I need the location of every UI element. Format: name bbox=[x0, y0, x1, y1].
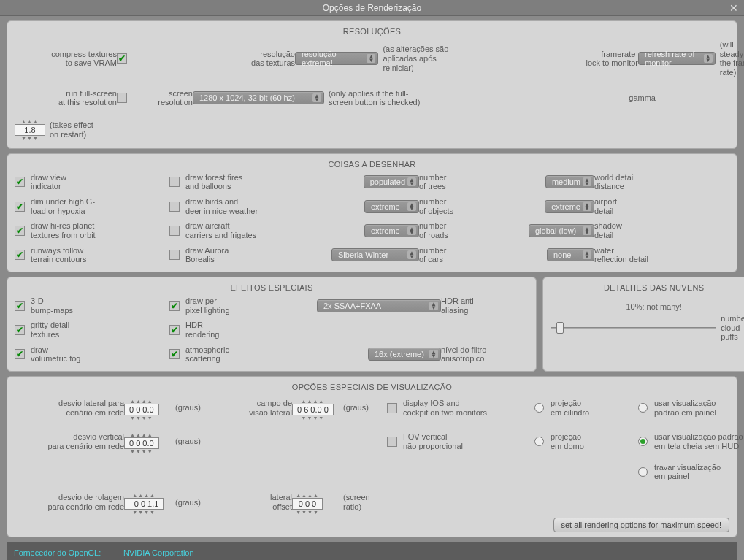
draw-combo-1[interactable]: extreme▲▼ bbox=[364, 200, 419, 213]
spinner-up-icon[interactable]: ▲▲▲ bbox=[21, 119, 39, 124]
close-icon[interactable]: ✕ bbox=[729, 2, 738, 14]
spinner[interactable]: ▲▲▲▲0 6 0.0 0▼▼▼▼ bbox=[292, 399, 334, 421]
draw-chk-4[interactable] bbox=[169, 177, 180, 187]
ios-two-monitors-checkbox[interactable] bbox=[387, 403, 397, 413]
panel-title: RESOLUÇÕES bbox=[15, 27, 729, 36]
fx-chk-2[interactable] bbox=[15, 349, 25, 359]
draw-chk-5[interactable] bbox=[169, 202, 180, 212]
fx-chk-4[interactable] bbox=[169, 325, 180, 335]
fx-chk-3[interactable] bbox=[169, 301, 180, 311]
draw-chk-6[interactable] bbox=[169, 226, 180, 236]
gpu-info: Fornecedor do OpenGL:NVIDIA Corporation … bbox=[7, 542, 737, 560]
draw-chk-2[interactable] bbox=[15, 226, 25, 236]
draw-combo-5[interactable]: extreme▲▼ bbox=[545, 200, 594, 213]
spinner[interactable]: ▲▲▲▲- 0 0 1.1▼▼▼▼ bbox=[124, 493, 164, 515]
max-speed-button[interactable]: set all rendering options for maximum sp… bbox=[553, 518, 730, 532]
fullscreen-checkbox[interactable] bbox=[117, 93, 127, 103]
gamma-spinner[interactable]: ▲▲▲ 1.8 ▼▼▼ bbox=[15, 119, 45, 141]
fx-chk-5[interactable] bbox=[169, 349, 180, 359]
draw-combo-7[interactable]: none▲▼ bbox=[547, 248, 594, 261]
draw-combo-3[interactable]: Siberia Winter▲▼ bbox=[331, 248, 419, 261]
draw-chk-1[interactable] bbox=[15, 202, 25, 212]
proj-cylinder-radio[interactable] bbox=[534, 403, 544, 413]
panel-fx: EFEITOS ESPECIAIS 3-Dbump-maps draw perp… bbox=[7, 277, 537, 372]
fx-chk-1[interactable] bbox=[15, 325, 25, 335]
fx-combo-2[interactable]: 16x (extreme)▲▼ bbox=[368, 348, 441, 361]
draw-combo-0[interactable]: populated▲▼ bbox=[364, 175, 419, 188]
texture-res-select[interactable]: resolução extrema!▲▼ bbox=[295, 52, 378, 65]
spinner[interactable]: ▲▲▲▲0 0 0.0▼▼▼▼ bbox=[124, 399, 159, 421]
compress-textures-checkbox[interactable] bbox=[117, 53, 127, 64]
draw-combo-6[interactable]: global (low)▲▼ bbox=[529, 224, 594, 237]
spinner[interactable]: ▲▲▲▲0 0 0.0▼▼▼▼ bbox=[124, 432, 159, 454]
panel-clouds: DETALHES DAS NUVENS 10%: not many! numbe… bbox=[542, 277, 744, 372]
framerate-lock-select[interactable]: refresh rate of monitor▲▼ bbox=[638, 52, 716, 65]
panel-vis: OPÇÕES ESPECIAIS DE VISUALIZAÇÃO desvio … bbox=[7, 376, 737, 537]
spinner[interactable]: ▲▲▲▲0.0 0▼▼▼▼ bbox=[292, 493, 323, 515]
draw-chk-3[interactable] bbox=[15, 250, 25, 260]
view-fullscreen-radio[interactable] bbox=[638, 437, 648, 446]
draw-combo-4[interactable]: medium▲▼ bbox=[545, 175, 594, 188]
view-panel-radio[interactable] bbox=[638, 403, 648, 413]
panel-draw: COISAS A DESENHAR draw viewindicator dra… bbox=[7, 153, 737, 272]
fov-vertical-checkbox[interactable] bbox=[387, 437, 397, 447]
spinner-down-icon[interactable]: ▼▼▼ bbox=[21, 136, 39, 141]
window-title: Opções de Renderização bbox=[323, 3, 421, 13]
panel-resolutions: RESOLUÇÕES compress texturesto save VRAM… bbox=[7, 20, 737, 149]
cloud-puffs-slider[interactable] bbox=[551, 321, 716, 335]
proj-dome-radio[interactable] bbox=[534, 437, 544, 446]
fx-chk-0[interactable] bbox=[15, 301, 25, 311]
draw-combo-2[interactable]: extreme▲▼ bbox=[364, 224, 419, 237]
view-lock-radio[interactable] bbox=[638, 467, 648, 477]
screen-res-select[interactable]: 1280 x 1024, 32 bit (60 hz)▲▼ bbox=[193, 91, 324, 104]
draw-chk-7[interactable] bbox=[169, 250, 180, 260]
titlebar: Opções de Renderização ✕ bbox=[0, 0, 744, 16]
fx-combo-0[interactable]: 2x SSAA+FXAA▲▼ bbox=[317, 299, 441, 312]
draw-chk-0[interactable] bbox=[15, 177, 25, 187]
